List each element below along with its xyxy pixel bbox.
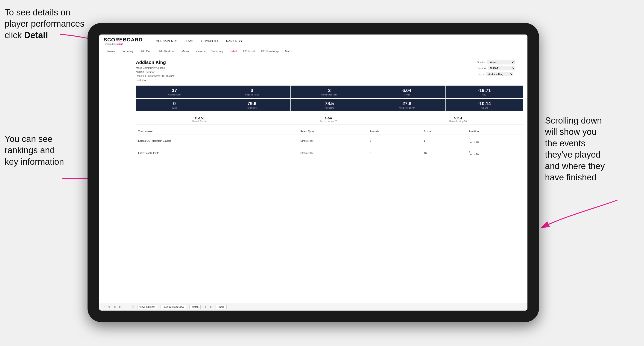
cell-rounds: 2 bbox=[367, 147, 422, 159]
player-info: Addison King Mesa Community College NJCA… bbox=[136, 60, 174, 82]
record-item: 91-20-1Overall Record bbox=[192, 117, 208, 123]
cell-position: 7 out of 20 bbox=[466, 147, 523, 159]
toolbar-icon-3[interactable]: — bbox=[124, 306, 127, 308]
stat-cell: 3Conference Rank bbox=[291, 86, 368, 98]
tab-h2h-grid-2[interactable]: H2H Grid bbox=[240, 48, 258, 55]
watch-button[interactable]: Watch bbox=[189, 305, 200, 309]
stat-cell: -10.14Avg SG bbox=[446, 99, 523, 111]
tab-h2h-heatmap-1[interactable]: H2H Heatmap bbox=[154, 48, 178, 55]
stat-cell: 79.6Avg Score bbox=[213, 99, 290, 111]
stat-cell: 27.8Avg Score to Par bbox=[368, 99, 445, 111]
cell-empty bbox=[280, 135, 298, 147]
tab-summary-1[interactable]: Summary bbox=[118, 48, 136, 55]
tab-detail[interactable]: Detail bbox=[226, 48, 240, 55]
table-header-row: Tournament Event Type Rounds Score Posit… bbox=[136, 128, 523, 135]
player-name: Addison King bbox=[136, 60, 174, 65]
tab-matrix-2[interactable]: Matrix bbox=[282, 48, 296, 55]
toolbar-icon-1[interactable]: ⊞ bbox=[114, 306, 116, 309]
cell-score: 17 bbox=[422, 135, 466, 147]
toolbar-undo-icon[interactable]: ↩ bbox=[102, 306, 104, 309]
player-division: NJCAA Division 1 bbox=[136, 70, 174, 74]
table-row: Estella CC- Mountain Classic Stroke Play… bbox=[136, 135, 523, 147]
view-original-button[interactable]: View: Original bbox=[137, 305, 157, 309]
table-row: Lady Coyote Invite Stroke Play 2 16 7 ou… bbox=[136, 147, 523, 159]
nav-tournaments[interactable]: TOURNAMENTS bbox=[154, 38, 177, 44]
cell-tournament: Lady Coyote Invite bbox=[136, 147, 280, 159]
annotation-topleft: To see details on player performances cl… bbox=[4, 7, 92, 41]
stats-row-1: 37National Rank3Regional Rank3Conference… bbox=[136, 86, 523, 98]
cell-empty bbox=[280, 147, 298, 159]
player-label: Player bbox=[477, 73, 484, 75]
player-selector-row: Player Addison King bbox=[477, 72, 523, 76]
left-panel bbox=[99, 55, 131, 303]
col-empty bbox=[280, 128, 298, 135]
toolbar-redo-icon[interactable]: ↪ bbox=[108, 306, 110, 309]
annotation-right: Scrolling down will show you the events … bbox=[545, 115, 642, 183]
division-select[interactable]: NJCAA I bbox=[488, 66, 515, 70]
cell-rounds: 2 bbox=[367, 135, 422, 147]
tab-matrix-1[interactable]: Matrix bbox=[178, 48, 192, 55]
right-content: Addison King Mesa Community College NJCA… bbox=[131, 55, 528, 303]
stat-cell: 78.5Adj Score bbox=[291, 99, 368, 111]
toolbar-icon-2[interactable]: ⊟ bbox=[119, 306, 121, 309]
player-select[interactable]: Addison King bbox=[486, 72, 514, 76]
sub-nav: Teams Summary H2H Grid H2H Heatmap Matri… bbox=[99, 48, 528, 55]
top-nav: SCOREBOARD Powered by clippd TOURNAMENTS… bbox=[99, 34, 528, 48]
player-year: First Year bbox=[136, 78, 174, 82]
player-header: Addison King Mesa Community College NJCA… bbox=[136, 60, 523, 82]
tablet-frame: SCOREBOARD Powered by clippd TOURNAMENTS… bbox=[88, 23, 539, 322]
tab-h2h-heatmap-2[interactable]: H2H Heatmap bbox=[258, 48, 282, 55]
logo-powered: Powered by clippd bbox=[104, 43, 142, 45]
save-custom-view-button[interactable]: Save Custom View bbox=[160, 305, 186, 309]
stat-cell: 0Wins bbox=[136, 99, 213, 111]
toolbar-grid-icon: ⊞ bbox=[210, 306, 212, 309]
cell-event-type: Stroke Play bbox=[298, 147, 367, 159]
tab-teams[interactable]: Teams bbox=[104, 48, 118, 55]
nav-committee[interactable]: COMMITTEE bbox=[201, 38, 219, 44]
cell-score: 16 bbox=[422, 147, 466, 159]
bottom-toolbar: ↩ ↪ ⊞ ⊟ — 🕐 View: Original Save Custom V… bbox=[99, 303, 528, 311]
stat-cell: 37National Rank bbox=[136, 86, 213, 98]
nav-teams[interactable]: TEAMS bbox=[184, 38, 194, 44]
division-selector-row: Division NJCAA I bbox=[477, 66, 523, 70]
nav-rankings[interactable]: RANKINGS bbox=[226, 38, 242, 44]
tournament-table: Tournament Event Type Rounds Score Posit… bbox=[136, 128, 523, 159]
gender-selector-row: Gender Women bbox=[477, 60, 523, 64]
cell-tournament: Estella CC- Mountain Classic bbox=[136, 135, 280, 147]
share-button[interactable]: Share bbox=[216, 305, 226, 309]
col-tournament: Tournament bbox=[136, 128, 280, 135]
logo-area: SCOREBOARD Powered by clippd bbox=[104, 37, 142, 45]
tab-summary-2[interactable]: Summary bbox=[208, 48, 226, 55]
stat-cell: 3Regional Rank bbox=[213, 86, 290, 98]
player-school: Mesa Community College bbox=[136, 66, 174, 70]
stat-cell: 6.04Points bbox=[368, 86, 445, 98]
toolbar-clock-icon[interactable]: 🕐 bbox=[130, 306, 134, 309]
record-item: 1-5-0Record vs top 25 bbox=[320, 117, 337, 123]
col-event-type: Event Type bbox=[298, 128, 367, 135]
stats-row-2: 0Wins79.6Avg Score78.5Adj Score27.8Avg S… bbox=[136, 99, 523, 111]
stat-cell: -19.71SoS bbox=[446, 86, 523, 98]
records-row: 91-20-1Overall Record1-5-0Record vs top … bbox=[136, 115, 523, 125]
logo-scoreboard: SCOREBOARD bbox=[104, 37, 142, 43]
player-region: Region 1 - Southwest (18) District bbox=[136, 74, 174, 78]
app-container: SCOREBOARD Powered by clippd TOURNAMENTS… bbox=[99, 34, 528, 311]
annotation-bottomleft: You can see rankings and key information bbox=[4, 133, 92, 168]
gender-select[interactable]: Women bbox=[487, 60, 515, 64]
col-rounds: Rounds bbox=[367, 128, 422, 135]
cell-position: 4 out of 20 bbox=[466, 135, 523, 147]
tablet-screen: SCOREBOARD Powered by clippd TOURNAMENTS… bbox=[99, 34, 528, 311]
tab-players[interactable]: Players bbox=[192, 48, 208, 55]
col-score: Score bbox=[422, 128, 466, 135]
col-position: Position bbox=[466, 128, 523, 135]
player-selectors: Gender Women Division NJCAA I bbox=[477, 60, 523, 76]
cell-event-type: Stroke Play bbox=[298, 135, 367, 147]
toolbar-monitor-icon: 🖥 bbox=[204, 306, 206, 308]
gender-label: Gender bbox=[477, 61, 485, 63]
record-item: 5-11-1Record vs top 50 bbox=[449, 117, 467, 123]
tab-h2h-grid-1[interactable]: H2H Grid bbox=[136, 48, 154, 55]
main-content: Addison King Mesa Community College NJCA… bbox=[99, 55, 528, 303]
division-label: Division bbox=[477, 67, 486, 69]
